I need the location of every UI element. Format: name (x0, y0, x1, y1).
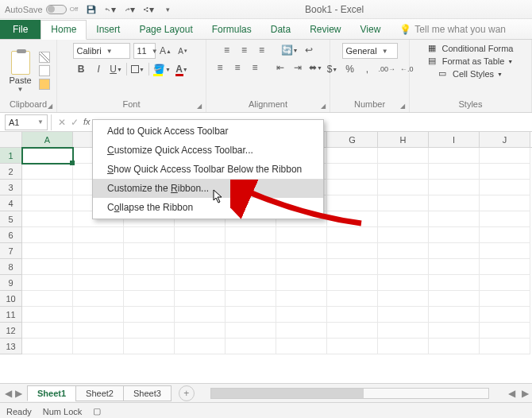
cell-F11[interactable] (276, 307, 327, 323)
cell-D9[interactable] (175, 275, 226, 291)
enter-icon[interactable]: ✓ (71, 117, 79, 128)
align-center-icon[interactable]: ≡ (230, 60, 245, 75)
cell-G12[interactable] (327, 323, 378, 339)
tab-home[interactable]: Home (40, 20, 87, 40)
cell-F7[interactable] (276, 243, 327, 259)
cell-H5[interactable] (378, 211, 429, 227)
cell-C7[interactable] (124, 243, 175, 259)
sheet-tab-sheet1[interactable]: Sheet1 (27, 385, 76, 401)
cell-C13[interactable] (124, 339, 175, 354)
cell-I7[interactable] (429, 243, 480, 259)
decrease-indent-icon[interactable]: ⇤ (273, 60, 287, 75)
cell-F8[interactable] (276, 259, 327, 275)
sheet-nav-prev-icon[interactable]: ◀ (5, 388, 12, 399)
cell-A11[interactable] (22, 307, 73, 323)
cell-F12[interactable] (276, 323, 327, 339)
cell-B6[interactable] (73, 227, 124, 243)
cell-A1[interactable] (22, 148, 73, 164)
tab-review[interactable]: Review (300, 21, 350, 39)
save-icon[interactable] (86, 4, 97, 15)
font-color-button[interactable]: A▼ (175, 62, 189, 76)
cell-H7[interactable] (378, 243, 429, 259)
cell-G10[interactable] (327, 291, 378, 307)
redo-icon[interactable]: ▾ (124, 4, 135, 15)
cell-I12[interactable] (429, 323, 480, 339)
cell-D11[interactable] (175, 307, 226, 323)
cell-G8[interactable] (327, 259, 378, 275)
cell-A4[interactable] (22, 195, 73, 211)
increase-decimal-icon[interactable]: .00→ (377, 62, 396, 76)
cell-B7[interactable] (73, 243, 124, 259)
row-header-11[interactable]: 11 (0, 307, 22, 323)
tab-data[interactable]: Data (261, 21, 300, 39)
cell-J8[interactable] (480, 259, 530, 275)
align-right-icon[interactable]: ≡ (248, 60, 262, 75)
cell-A13[interactable] (22, 339, 73, 354)
cell-H13[interactable] (378, 339, 429, 354)
cell-C10[interactable] (124, 291, 175, 307)
cell-I6[interactable] (429, 227, 480, 243)
cell-styles-button[interactable]: ▭Cell Styles▼ (438, 68, 503, 79)
cell-H11[interactable] (378, 307, 429, 323)
font-name-combo[interactable]: Calibri▼ (73, 43, 130, 59)
cell-I2[interactable] (429, 164, 480, 180)
wrap-text-icon[interactable]: ↩ (302, 43, 316, 57)
cell-H8[interactable] (378, 259, 429, 275)
cell-A5[interactable] (22, 211, 73, 227)
cell-H2[interactable] (378, 164, 429, 180)
cell-G9[interactable] (327, 275, 378, 291)
horizontal-scrollbar[interactable] (210, 388, 489, 399)
row-header-13[interactable]: 13 (0, 339, 22, 354)
cell-I11[interactable] (429, 307, 480, 323)
scroll-right-icon[interactable]: ▶ (519, 388, 532, 399)
cell-B8[interactable] (73, 259, 124, 275)
cell-G7[interactable] (327, 243, 378, 259)
cell-A3[interactable] (22, 180, 73, 195)
col-header-J[interactable]: J (480, 132, 530, 147)
cell-A2[interactable] (22, 164, 73, 180)
copy-icon[interactable] (39, 65, 50, 76)
cell-A7[interactable] (22, 243, 73, 259)
ctx-item[interactable]: Customize Quick Access Toolbar... (93, 141, 323, 160)
row-header-6[interactable]: 6 (0, 227, 22, 243)
sheet-tab-sheet3[interactable]: Sheet3 (123, 385, 172, 401)
cell-J6[interactable] (480, 227, 530, 243)
name-box[interactable]: A1▼ (5, 114, 48, 130)
increase-indent-icon[interactable]: ⇥ (291, 60, 305, 75)
cell-C12[interactable] (124, 323, 175, 339)
cell-H9[interactable] (378, 275, 429, 291)
tab-page-layout[interactable]: Page Layout (129, 21, 202, 39)
dialog-launcher-icon[interactable]: ◢ (321, 103, 326, 110)
cell-J11[interactable] (480, 307, 530, 323)
cell-J10[interactable] (480, 291, 530, 307)
fill-color-button[interactable]: 🪣▼ (152, 62, 172, 76)
cell-H3[interactable] (378, 180, 429, 195)
cell-J13[interactable] (480, 339, 530, 354)
tab-view[interactable]: View (351, 21, 391, 39)
tell-me-search[interactable]: 💡 Tell me what you wan (390, 21, 515, 39)
format-as-table-button[interactable]: ▤Format as Table▼ (428, 56, 514, 67)
dialog-launcher-icon[interactable]: ◢ (48, 103, 52, 110)
cell-J9[interactable] (480, 275, 530, 291)
align-bottom-icon[interactable]: ≡ (255, 43, 269, 57)
percent-format-icon[interactable]: % (342, 62, 357, 76)
cell-A10[interactable] (22, 291, 73, 307)
cell-I10[interactable] (429, 291, 480, 307)
cell-E12[interactable] (226, 323, 276, 339)
autosave-toggle[interactable]: AutoSave Off (5, 5, 78, 14)
cell-C6[interactable] (124, 227, 175, 243)
accounting-format-icon[interactable]: $▼ (325, 62, 339, 76)
cell-D6[interactable] (175, 227, 226, 243)
row-header-2[interactable]: 2 (0, 164, 22, 180)
col-header-I[interactable]: I (429, 132, 480, 147)
ctx-item[interactable]: Add to Quick Access Toolbar (93, 122, 323, 141)
cell-I13[interactable] (429, 339, 480, 354)
number-format-combo[interactable]: General▼ (342, 43, 398, 59)
cell-E7[interactable] (226, 243, 276, 259)
tab-formulas[interactable]: Formulas (202, 21, 261, 39)
cell-F10[interactable] (276, 291, 327, 307)
cell-J5[interactable] (480, 211, 530, 227)
sheet-nav-next-icon[interactable]: ▶ (15, 388, 22, 399)
borders-button[interactable]: ▼ (130, 62, 145, 76)
cell-C9[interactable] (124, 275, 175, 291)
